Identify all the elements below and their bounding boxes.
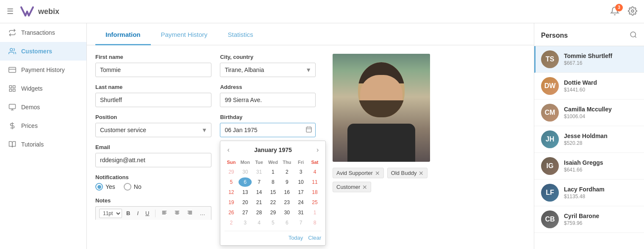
- cal-day-31[interactable]: 31: [253, 167, 266, 177]
- birthday-input[interactable]: [220, 123, 316, 137]
- person-item-isaiah[interactable]: IGIsaiah Greggs$641.66: [534, 153, 644, 180]
- underline-button[interactable]: U: [143, 209, 152, 218]
- person-item-camilla[interactable]: CMCamilla Mcculley$1006.04: [534, 100, 644, 126]
- cal-day-7[interactable]: 7: [253, 177, 266, 187]
- cal-day-7[interactable]: 7: [294, 218, 308, 227]
- settings-gear[interactable]: [628, 6, 637, 17]
- prices-icon: [8, 122, 16, 130]
- cal-day-2[interactable]: 2: [225, 218, 238, 227]
- align-right-button[interactable]: [184, 208, 195, 218]
- person-item-lacy[interactable]: LFLacy Fordham$1135.48: [534, 180, 644, 206]
- cal-day-22[interactable]: 22: [266, 198, 280, 207]
- notifications-bell[interactable]: 3: [610, 6, 619, 17]
- sidebar-label-customers: Customers: [21, 48, 52, 55]
- sidebar-label-prices: Prices: [21, 122, 38, 129]
- sidebar-item-widgets[interactable]: Widgets: [0, 79, 86, 98]
- cal-day-15[interactable]: 15: [266, 188, 280, 197]
- cal-day-5[interactable]: 5: [266, 218, 280, 227]
- cal-day-9[interactable]: 9: [280, 177, 294, 187]
- sidebar-item-tutorials[interactable]: Tutorials: [0, 135, 86, 154]
- first-name-input[interactable]: [95, 63, 211, 77]
- align-center-button[interactable]: [172, 208, 183, 218]
- person-item-jesse[interactable]: JHJesse Holdman$520.28: [534, 126, 644, 153]
- person-item-cyril[interactable]: CBCyril Barone$759.96: [534, 206, 644, 233]
- cal-day-6[interactable]: 6: [280, 218, 294, 227]
- cal-day-19[interactable]: 19: [225, 198, 238, 207]
- cal-day-27[interactable]: 27: [239, 208, 252, 217]
- cal-day-8[interactable]: 8: [266, 177, 280, 187]
- cal-day-10[interactable]: 10: [294, 177, 308, 187]
- tab-statistics[interactable]: Statistics: [218, 23, 264, 45]
- email-input[interactable]: [95, 153, 211, 167]
- cal-day-6[interactable]: 6: [239, 177, 252, 187]
- cal-day-21[interactable]: 21: [253, 198, 266, 207]
- more-toolbar-button[interactable]: …: [197, 209, 208, 218]
- cal-day-25[interactable]: 25: [308, 198, 322, 207]
- cal-day-13[interactable]: 13: [239, 188, 252, 197]
- cal-day-4[interactable]: 4: [253, 218, 266, 227]
- cal-day-3[interactable]: 3: [239, 218, 252, 227]
- radio-no-label[interactable]: No: [124, 183, 142, 191]
- cal-day-8[interactable]: 8: [308, 218, 322, 227]
- cal-day-1[interactable]: 1: [308, 208, 322, 217]
- calendar-today-button[interactable]: Today: [289, 235, 303, 241]
- person-initials-dottie: DW: [541, 77, 559, 95]
- cal-day-30[interactable]: 30: [239, 167, 252, 177]
- cal-day-23[interactable]: 23: [280, 198, 294, 207]
- person-initials-isaiah: IG: [541, 157, 559, 175]
- person-amount-cyril: $759.96: [564, 220, 637, 226]
- hamburger-menu-icon[interactable]: ☰: [7, 7, 14, 16]
- cal-day-29[interactable]: 29: [225, 167, 238, 177]
- cal-day-12[interactable]: 12: [225, 188, 238, 197]
- notes-size-select[interactable]: 11pt 8pt 10pt 12pt 14pt: [99, 209, 122, 218]
- tutorials-icon: [8, 141, 16, 148]
- sidebar-item-prices[interactable]: Prices: [0, 116, 86, 135]
- last-name-input[interactable]: [95, 93, 211, 107]
- italic-button[interactable]: I: [134, 209, 141, 218]
- calendar-next-button[interactable]: ›: [314, 145, 321, 155]
- cal-day-2[interactable]: 2: [280, 167, 294, 177]
- persons-search-button[interactable]: [630, 31, 637, 40]
- cal-day-29[interactable]: 29: [266, 208, 280, 217]
- calendar-prev-button[interactable]: ‹: [225, 145, 232, 155]
- person-item-tommie[interactable]: TSTommie Shurtleff$667.16: [534, 46, 644, 73]
- cal-day-26[interactable]: 26: [225, 208, 238, 217]
- cal-day-5[interactable]: 5: [225, 177, 238, 187]
- tab-payment-history[interactable]: Payment History: [151, 23, 218, 45]
- cal-day-11[interactable]: 11: [308, 177, 322, 187]
- cal-day-28[interactable]: 28: [253, 208, 266, 217]
- cal-day-4[interactable]: 4: [308, 167, 322, 177]
- tag-avid-supporter-close[interactable]: ✕: [375, 170, 380, 176]
- radio-no-circle: [124, 183, 131, 191]
- person-item-dottie[interactable]: DWDottie Ward$1441.60: [534, 73, 644, 100]
- cal-day-17[interactable]: 17: [294, 188, 308, 197]
- cal-day-3[interactable]: 3: [294, 167, 308, 177]
- calendar-clear-button[interactable]: Clear: [308, 235, 321, 241]
- tag-customer-close[interactable]: ✕: [362, 184, 367, 190]
- cal-day-16[interactable]: 16: [280, 188, 294, 197]
- city-country-select[interactable]: Tirane, Albania New York, USA London, UK: [220, 63, 316, 77]
- person-info-camilla: Camilla Mcculley$1006.04: [564, 106, 637, 119]
- position-select[interactable]: Customer service Manager Director Develo…: [95, 123, 211, 137]
- align-left-button[interactable]: [159, 208, 170, 218]
- cal-day-1[interactable]: 1: [266, 167, 280, 177]
- tag-label: Avid Supporter: [336, 170, 373, 176]
- cal-day-20[interactable]: 20: [239, 198, 252, 207]
- cal-day-14[interactable]: 14: [253, 188, 266, 197]
- radio-yes-label[interactable]: Yes: [95, 183, 115, 191]
- sidebar-item-payment-history[interactable]: Payment History: [0, 61, 86, 79]
- bold-button[interactable]: B: [124, 209, 133, 218]
- cal-day-31[interactable]: 31: [294, 208, 308, 217]
- address-input[interactable]: [220, 93, 316, 107]
- logo-text: webix: [38, 7, 59, 16]
- tab-information[interactable]: Information: [95, 23, 151, 45]
- city-country-label: City, country: [220, 54, 316, 60]
- sidebar-item-customers[interactable]: Customers: [0, 42, 86, 61]
- tag-old-buddy-close[interactable]: ✕: [419, 170, 424, 176]
- cal-day-30[interactable]: 30: [280, 208, 294, 217]
- calendar-toggle-button[interactable]: [305, 126, 312, 134]
- cal-day-24[interactable]: 24: [294, 198, 308, 207]
- cal-day-18[interactable]: 18: [308, 188, 322, 197]
- sidebar-item-transactions[interactable]: Transactions: [0, 23, 86, 42]
- sidebar-item-demos[interactable]: Demos: [0, 98, 86, 116]
